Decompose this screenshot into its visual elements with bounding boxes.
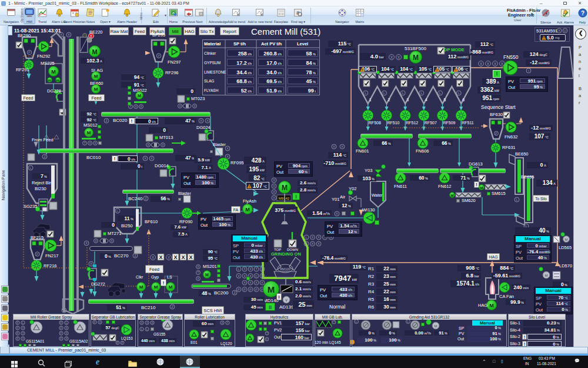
svg-text:T: T xyxy=(197,271,199,274)
svg-text:T: T xyxy=(255,267,258,271)
svg-text:P: P xyxy=(255,288,258,291)
svg-text:X: X xyxy=(135,105,137,108)
svg-text:X: X xyxy=(189,254,192,260)
svg-text:L: L xyxy=(439,91,442,95)
svg-text:L: L xyxy=(458,91,460,95)
svg-text:X: X xyxy=(226,147,229,150)
svg-text:X: X xyxy=(305,242,308,246)
svg-text:v: v xyxy=(285,298,288,302)
svg-text:X: X xyxy=(311,236,313,239)
svg-text:X: X xyxy=(397,55,400,59)
svg-text:P: P xyxy=(249,288,252,291)
svg-text:P: P xyxy=(238,288,240,291)
svg-text:P: P xyxy=(158,54,160,58)
svg-text:L: L xyxy=(420,91,423,95)
svg-text:X: X xyxy=(193,104,196,108)
svg-text:X: X xyxy=(144,157,146,160)
svg-text:X: X xyxy=(147,143,149,147)
svg-text:L: L xyxy=(365,91,367,95)
svg-text:X: X xyxy=(494,62,497,66)
svg-text:X: X xyxy=(273,178,275,182)
svg-text:X: X xyxy=(197,265,199,268)
svg-text:X: X xyxy=(226,155,229,158)
svg-text:P: P xyxy=(495,132,497,135)
svg-text:P: P xyxy=(243,288,246,291)
svg-text:X: X xyxy=(111,239,113,243)
svg-text:Z: Z xyxy=(44,155,46,158)
svg-text:X: X xyxy=(60,33,62,37)
svg-text:X: X xyxy=(68,33,70,37)
svg-text:!: ! xyxy=(249,184,250,188)
svg-text:X: X xyxy=(206,119,209,122)
svg-text:!: ! xyxy=(455,68,456,71)
svg-text:X: X xyxy=(261,274,263,278)
svg-text:X: X xyxy=(501,62,504,66)
svg-text:X: X xyxy=(318,242,320,246)
svg-text:X: X xyxy=(168,256,171,260)
svg-text:X: X xyxy=(311,242,313,246)
svg-text:X: X xyxy=(94,141,96,145)
svg-text:L: L xyxy=(305,236,308,239)
svg-text:X: X xyxy=(273,184,275,188)
svg-text:X: X xyxy=(159,254,162,260)
svg-text:X: X xyxy=(197,277,199,280)
svg-text:Z: Z xyxy=(134,254,136,257)
svg-text:Z: Z xyxy=(233,291,236,294)
svg-text:X: X xyxy=(261,281,263,284)
svg-text:X: X xyxy=(341,145,343,148)
svg-text:X: X xyxy=(243,267,246,271)
svg-text:!: ! xyxy=(436,68,437,71)
svg-text:X: X xyxy=(243,274,246,278)
svg-text:P: P xyxy=(28,51,31,54)
svg-text:X: X xyxy=(89,141,91,145)
svg-text:X: X xyxy=(152,256,155,260)
svg-text:RM100: RM100 xyxy=(280,267,290,271)
svg-text:M: M xyxy=(545,274,548,277)
svg-text:!: ! xyxy=(543,37,544,40)
svg-text:Z: Z xyxy=(105,119,108,122)
svg-text:X: X xyxy=(336,212,338,216)
svg-text:X: X xyxy=(487,62,490,66)
svg-text:!: ! xyxy=(91,34,92,38)
svg-text:X: X xyxy=(333,145,335,148)
svg-text:Z: Z xyxy=(171,305,173,309)
svg-text:?: ? xyxy=(580,10,584,16)
svg-text:M: M xyxy=(565,238,568,241)
svg-text:X: X xyxy=(85,241,88,245)
svg-text:X: X xyxy=(151,157,153,160)
svg-text:X: X xyxy=(255,281,258,284)
svg-text:C: C xyxy=(255,274,258,278)
svg-text:X: X xyxy=(318,236,320,239)
svg-text:X: X xyxy=(390,55,393,59)
svg-text:T: T xyxy=(129,105,132,108)
svg-text:X: X xyxy=(200,119,202,122)
svg-text:X: X xyxy=(243,281,246,284)
svg-text:X: X xyxy=(179,104,181,108)
svg-text:X: X xyxy=(273,196,275,200)
svg-text:T: T xyxy=(83,141,86,145)
svg-text:X: X xyxy=(249,267,252,271)
svg-text:X: X xyxy=(181,254,185,260)
svg-text:X: X xyxy=(249,281,252,284)
svg-text:P: P xyxy=(36,253,38,256)
svg-text:t: t xyxy=(528,69,529,72)
svg-text:X: X xyxy=(162,143,164,147)
svg-text:X: X xyxy=(95,239,97,243)
svg-text:X: X xyxy=(261,267,263,271)
svg-text:Z: Z xyxy=(145,197,147,200)
svg-text:X: X xyxy=(238,274,240,278)
svg-text:L: L xyxy=(383,91,386,95)
svg-text:X: X xyxy=(273,190,275,194)
svg-text:X: X xyxy=(173,254,177,260)
svg-text:L: L xyxy=(402,91,405,95)
svg-text:X: X xyxy=(140,105,142,108)
svg-text:X: X xyxy=(90,262,92,266)
svg-text:X: X xyxy=(480,62,483,66)
svg-text:L: L xyxy=(516,198,518,201)
svg-text:!: ! xyxy=(362,68,363,71)
svg-text:L: L xyxy=(238,267,240,271)
